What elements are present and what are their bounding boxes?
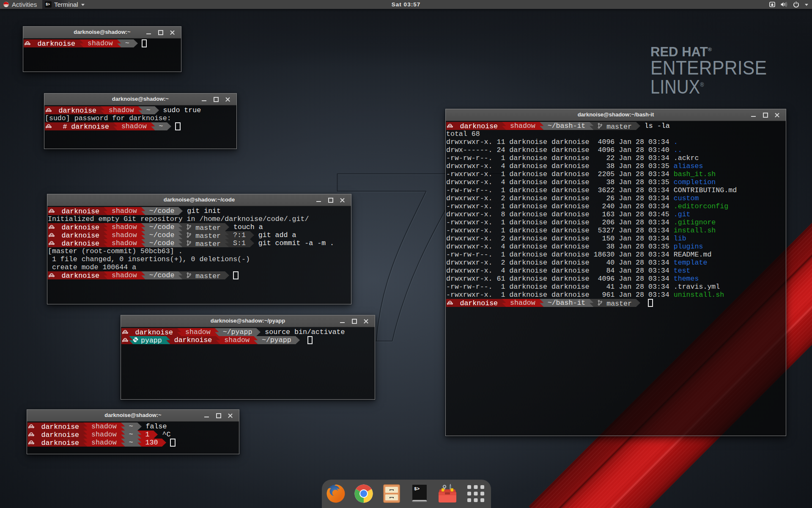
svg-text:$>: $> <box>414 486 420 491</box>
